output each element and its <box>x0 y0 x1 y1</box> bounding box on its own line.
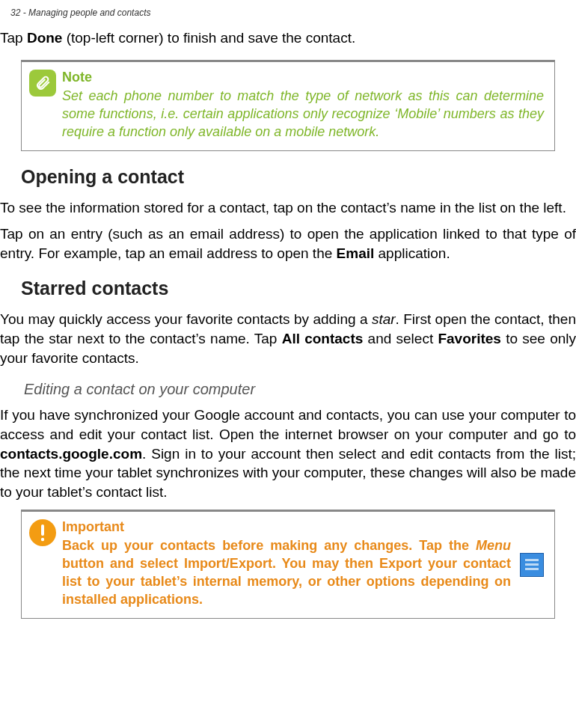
menu-keyword: Menu <box>476 538 511 553</box>
heading-editing-on-computer: Editing a contact on your computer <box>24 381 576 398</box>
svg-point-1 <box>41 537 44 540</box>
svg-rect-0 <box>41 524 44 536</box>
text: If you have synchronized your Google acc… <box>0 407 576 442</box>
note-label: Note <box>62 70 544 85</box>
opening-p2: Tap on an entry (such as an email addres… <box>0 224 576 263</box>
heading-opening-contact: Opening a contact <box>21 166 576 188</box>
contacts-url: contacts.google.com <box>0 446 142 462</box>
star-keyword: star <box>372 311 396 327</box>
done-keyword: Done <box>27 30 63 46</box>
starred-p1: You may quickly access your favorite con… <box>0 310 576 367</box>
text: application. <box>374 245 450 261</box>
text: You may quickly access your favorite con… <box>0 311 372 327</box>
important-callout: Important Back up your contacts before m… <box>21 510 555 619</box>
email-keyword: Email <box>337 245 375 261</box>
paperclip-icon <box>29 70 56 97</box>
opening-p1: To see the information stored for a cont… <box>0 198 576 218</box>
text: button and select Import/Export. You may… <box>62 556 511 608</box>
text: Tap on an entry (such as an email addres… <box>0 226 576 261</box>
page-header: 32 - Managing people and contacts <box>0 0 576 28</box>
all-contacts-keyword: All contacts <box>282 331 364 346</box>
text: Back up your contacts before making any … <box>62 538 476 553</box>
note-callout: Note Set each phone number to match the … <box>21 60 555 151</box>
text: and select <box>363 331 438 346</box>
menu-icon <box>520 553 544 577</box>
intro-paragraph: Tap Done (top-left corner) to finish and… <box>0 28 576 48</box>
heading-starred-contacts: Starred contacts <box>21 278 576 299</box>
text: (top-left corner) to finish and save the… <box>62 30 355 46</box>
important-label: Important <box>62 519 544 535</box>
editing-p1: If you have synchronized your Google acc… <box>0 406 576 501</box>
important-body: Back up your contacts before making any … <box>62 536 544 609</box>
exclamation-icon <box>29 519 56 546</box>
text: Tap <box>0 30 27 46</box>
note-body: Set each phone number to match the type … <box>62 87 544 141</box>
favorites-keyword: Favorites <box>438 331 500 346</box>
